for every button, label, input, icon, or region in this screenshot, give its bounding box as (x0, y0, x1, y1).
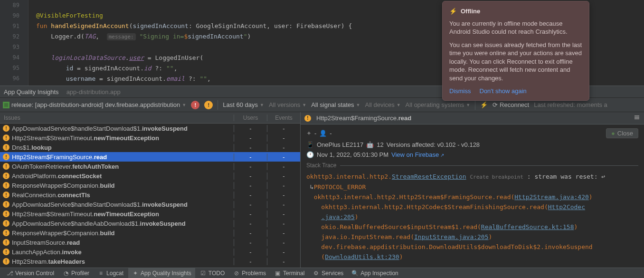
tool-tab-version-control[interactable]: ⎇Version Control (3, 268, 58, 278)
module-icon (3, 102, 9, 108)
warning-icon: ! (3, 182, 9, 189)
refresh-icon: ⟳ (492, 101, 498, 108)
event-date: Nov 1, 2022, 05:01:30 PM (317, 151, 388, 158)
warning-icon: ! (3, 220, 9, 227)
issue-row[interactable]: !Http2Stream$StreamTimeout.newTimeoutExc… (0, 209, 300, 219)
bottom-tool-window-bar: ⎇Version Control◔Profiler≡Logcat✦App Qua… (0, 268, 644, 278)
issue-row[interactable]: !Http2Stream.takeHeaders-- (0, 257, 300, 266)
svg-rect-2 (635, 117, 639, 118)
issue-row[interactable]: !AppDownloadService$handleStartDownload$… (0, 124, 300, 133)
sparkle-icon: ✦ (306, 130, 312, 137)
module-selector[interactable]: release: [app-distribution-android] dev.… (3, 101, 186, 108)
issues-list[interactable]: !AppDownloadService$handleStartDownload$… (0, 124, 300, 268)
check-icon: ● (611, 130, 615, 137)
dont-show-again-link[interactable]: Don't show again (480, 87, 527, 96)
warning-icon: ! (3, 249, 9, 255)
tool-tab-terminal[interactable]: ▣Terminal (271, 268, 308, 278)
devices-filter[interactable]: All devices▼ (365, 101, 401, 108)
tool-tab-profiler[interactable]: ◔Profiler (59, 268, 93, 278)
warning-icon: ! (3, 192, 9, 198)
issue-row[interactable]: !Http2Stream$StreamTimeout.newTimeoutExc… (0, 133, 300, 143)
col-users[interactable]: Users (234, 115, 267, 121)
nonfatal-filter-icon[interactable]: ! (204, 101, 213, 109)
svg-rect-1 (635, 115, 639, 116)
tool-tab-services[interactable]: ⚙Services (309, 268, 347, 278)
col-issues[interactable]: Issues (0, 115, 234, 121)
panel-title: App Quality Insights (4, 88, 59, 96)
issue-row[interactable]: !Http2Stream$FramingSource.read-- (0, 152, 300, 162)
issue-row[interactable]: !LaunchAppAction.invoke-- (0, 247, 300, 257)
issues-panel: Issues Users Events !AppDownloadService$… (0, 112, 644, 268)
time-filter[interactable]: Last 60 days▼ (223, 101, 264, 108)
close-button[interactable]: ● Close (606, 128, 638, 138)
api-level: 12 (377, 141, 383, 148)
versions-affected: Versions affected: v0.102 - v0.128 (387, 141, 480, 148)
issues-list-pane: Issues Users Events !AppDownloadService$… (0, 112, 301, 268)
popup-title: Offline (461, 7, 480, 16)
svg-rect-3 (635, 118, 639, 119)
os-filter[interactable]: All operating systems▼ (406, 101, 470, 108)
warning-icon: ! (3, 230, 9, 236)
detail-settings-icon[interactable] (634, 114, 640, 122)
warning-icon: ! (3, 173, 9, 179)
tool-tab-todo[interactable]: ☑TODO (196, 268, 228, 278)
issue-row[interactable]: !ResponseWrapper$Companion.build-- (0, 228, 300, 238)
device-icon: 📱 (306, 141, 314, 148)
col-events[interactable]: Events (267, 115, 300, 121)
last-refreshed-label: Last refreshed: moments a (534, 101, 607, 108)
warning-icon: ! (3, 134, 9, 141)
detail-body: ✦ - 👤 - ● Close 📱 OnePlus LE2117 🤖 12 Ve… (301, 125, 644, 268)
user-icon: 👤 (319, 130, 327, 137)
reconnect-button[interactable]: ⟳ Reconnect (492, 101, 529, 108)
issue-detail-pane: ! Http2Stream$FramingSource.read ✦ - 👤 -… (301, 112, 644, 268)
warning-icon: ! (3, 258, 9, 265)
issues-table-header: Issues Users Events (0, 112, 300, 124)
tool-tab-problems[interactable]: ⊘Problems (229, 268, 270, 278)
versions-filter[interactable]: All versions▼ (269, 101, 306, 108)
issue-row[interactable]: !AppDownloadService$handleStartDownload$… (0, 200, 300, 209)
warning-icon: ! (3, 163, 9, 170)
dismiss-link[interactable]: Dismiss (449, 87, 471, 96)
device-name: OnePlus LE2117 (317, 141, 363, 148)
warning-icon: ! (3, 125, 9, 132)
issue-row[interactable]: !InputStreamSource.read-- (0, 238, 300, 247)
popup-text-2: You can see issues already fetched from … (449, 41, 582, 83)
popup-text-1: You are currently in offline mode becaus… (449, 19, 582, 36)
fatal-filter-icon[interactable]: ! (191, 101, 199, 109)
warning-icon: ! (3, 211, 9, 217)
android-icon: 🤖 (366, 141, 374, 148)
issue-row[interactable]: !AndroidPlatform.connectSocket-- (0, 171, 300, 181)
stack-trace[interactable]: okhttp3.internal.http2.StreamResetExcept… (306, 172, 638, 262)
issue-row[interactable]: !ResponseWrapper$Companion.build-- (0, 181, 300, 190)
chevron-down-icon: ▼ (182, 103, 186, 107)
line-gutter: 899091929394959697 (0, 0, 28, 86)
issue-row[interactable]: !OAuthTokenRetriever.fetchAuthToken-- (0, 162, 300, 171)
warning-icon: ! (3, 153, 9, 160)
clock-icon: 🕐 (306, 151, 314, 158)
panel-subtitle: app-distribution.app (66, 88, 121, 96)
warning-icon: ! (3, 201, 9, 208)
offline-bolt-icon: ⚡ (449, 7, 457, 16)
detail-header: ! Http2Stream$FramingSource.read (301, 112, 644, 125)
offline-notification: ⚡ Offline You are currently in offline m… (442, 1, 589, 101)
issue-row[interactable]: !Dns$1.lookup-- (0, 143, 300, 152)
tool-tab-app-quality-insights[interactable]: ✦App Quality Insights (128, 268, 195, 278)
stack-trace-title: Stack Trace (306, 162, 638, 169)
warning-icon: ! (3, 144, 9, 151)
detail-title: Http2Stream$FramingSource.read (316, 115, 411, 122)
warning-icon: ! (3, 239, 9, 246)
offline-icon: ⚡ (480, 101, 488, 108)
warning-icon: ! (304, 115, 311, 122)
signals-filter[interactable]: All signal states▼ (311, 101, 360, 108)
issue-row[interactable]: !RealConnection.connectTls-- (0, 190, 300, 200)
tool-tab-logcat[interactable]: ≡Logcat (94, 268, 127, 278)
view-on-firebase-link[interactable]: View on Firebase (391, 151, 444, 158)
issue-row[interactable]: !AppDownloadService$handleAabDownload$1.… (0, 219, 300, 228)
tool-tab-app-inspection[interactable]: 🔍App Inspection (348, 268, 402, 278)
